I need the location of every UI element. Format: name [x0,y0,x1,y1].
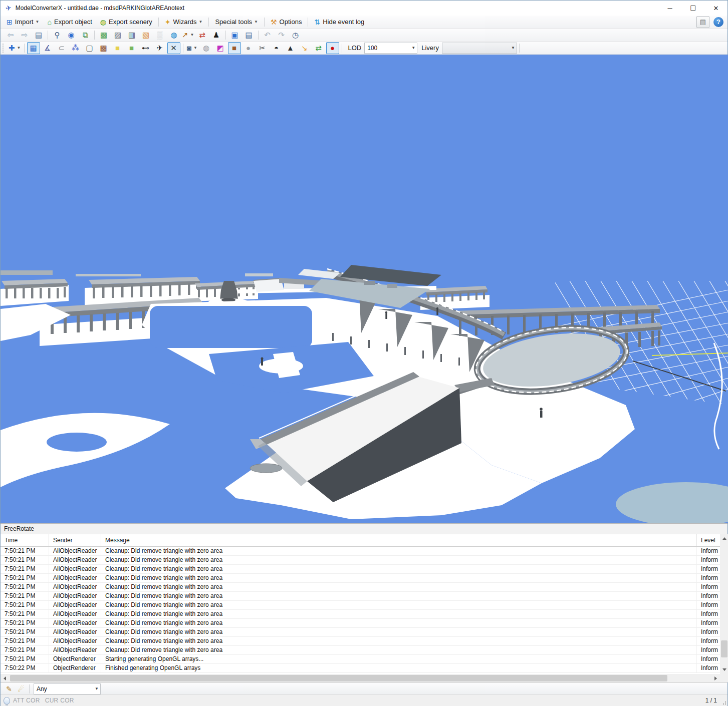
log-cell-sender: AllObjectReader [49,619,101,627]
refresh-green-button[interactable]: ⇄ [312,42,325,54]
cut-path-button[interactable]: ✂ [256,42,269,54]
scroll-up-button[interactable] [720,534,728,543]
form-view-button[interactable]: ▤ [242,29,256,41]
resize-grip[interactable] [721,699,726,704]
color-cube-button[interactable]: ◩ [214,42,227,54]
texture-editor-button[interactable]: ▩ [97,29,110,41]
close-button[interactable]: ✕ [704,1,727,16]
horizontal-scroll-thumb[interactable] [10,675,667,681]
column-header-time[interactable]: Time [1,534,49,546]
hierarchy-tree-button[interactable]: ⧉ [79,29,92,41]
log-row[interactable]: 7:50:21 PMAllObjectReaderCleanup: Did re… [1,565,720,574]
menubar-right-icons: ▤? [693,16,727,28]
wizards-button[interactable]: ✦Wizards▼ [161,17,206,28]
scroll-right-button[interactable] [711,674,720,682]
undo-button[interactable]: ↶ [261,29,274,41]
show-grid-button[interactable]: ▦ [27,42,40,54]
merge-objects-disabled-button[interactable]: ▒ [153,29,166,41]
wire-sphere-button[interactable]: ◍ [200,42,213,54]
hide-event-log-button[interactable]: ⇅Hide event log [311,17,368,28]
event-log-header: Time Sender Message Level [1,534,720,547]
maximize-button[interactable]: ☐ [681,1,704,16]
gray-sphere-button[interactable]: ● [242,42,255,54]
log-row[interactable]: 7:50:21 PMAllObjectReaderCleanup: Did re… [1,646,720,655]
log-row[interactable]: 7:50:22 PMObjectRendererFinished generat… [1,664,720,673]
forward-arrow-button[interactable]: ⇨ [18,29,31,41]
texture-cube-button[interactable]: ■ [228,42,241,54]
special-tools-button[interactable]: Special tools▼ [211,17,262,27]
column-header-message[interactable]: Message [101,534,697,546]
viewport-3d-canvas[interactable] [1,55,728,523]
crossed-arrows-button[interactable]: ✕ [167,42,180,54]
zoom-fit-button[interactable]: ✚▼ [8,42,22,54]
zoom-object-button[interactable]: ⚲ [51,29,64,41]
level-filter-combobox[interactable]: Any ▼ [34,683,101,694]
statistics-clock-button[interactable]: ◷ [289,29,302,41]
flat-yellow-button[interactable]: ■ [111,42,124,54]
hide-event-log-label: Hide event log [323,18,364,26]
scroll-down-button[interactable] [720,665,728,674]
attach-points-button[interactable]: ⊷ [139,42,152,54]
edit-note-button[interactable]: ✎ [3,683,15,694]
attach-paperclip-button[interactable]: ⊂ [55,42,68,54]
column-header-sender[interactable]: Sender [49,534,101,546]
event-log-doc-button[interactable]: ▤ [32,29,45,41]
log-vertical-scrollbar[interactable] [720,534,728,674]
help-button[interactable]: ? [713,17,723,27]
column-header-level[interactable]: Level [697,534,720,546]
options-button[interactable]: ⚒Options [267,17,305,28]
export-arrow-button[interactable]: ↗▼ [181,29,195,41]
show-axes-button[interactable]: ∡ [41,42,54,54]
redo-button[interactable]: ↷ [275,29,288,41]
minimize-button[interactable]: ─ [658,1,681,16]
refresh-green-icon: ⇄ [315,44,322,52]
redo-icon: ↷ [278,31,285,39]
sun-rays-button[interactable]: ↘ [298,42,311,54]
back-arrow-button[interactable]: ⇦ [4,29,17,41]
export-scenery-button[interactable]: ◍Export scenery [97,17,156,28]
attached-person-button[interactable]: ♟ [210,29,223,41]
scroll-left-button[interactable] [1,674,9,682]
log-row[interactable]: 7:50:21 PMAllObjectReaderCleanup: Did re… [1,556,720,565]
ground-green-button[interactable]: ■ [125,42,138,54]
window-controls: ─☐✕ [658,1,727,16]
camera-button[interactable]: ◙▼ [186,42,199,54]
livery-combobox[interactable]: ▼ [442,43,517,54]
swap-objects-button[interactable]: ⇄ [196,29,209,41]
dark-cone-button[interactable]: ▲ [284,42,297,54]
log-row[interactable]: 7:50:21 PMAllObjectReaderCleanup: Did re… [1,547,720,556]
earth-view-button[interactable]: ◍ [167,29,180,41]
livery-caret-icon: ▼ [510,46,517,50]
lod-combobox[interactable]: 100 ▼ [364,43,417,54]
import-button[interactable]: ⊞Import▼ [3,17,43,28]
log-row[interactable]: 7:50:21 PMAllObjectReaderCleanup: Did re… [1,601,720,610]
viewport-3d[interactable] [1,55,728,523]
log-row[interactable]: 7:50:21 PMAllObjectReaderCleanup: Did re… [1,592,720,601]
log-row[interactable]: 7:50:21 PMAllObjectReaderCleanup: Did re… [1,574,720,583]
aircraft-button[interactable]: ✈ [153,42,166,54]
vertical-scroll-thumb[interactable] [721,640,727,657]
export-object-button[interactable]: ⌂Export object [44,17,96,28]
log-row[interactable]: 7:50:21 PMAllObjectReaderCleanup: Did re… [1,637,720,646]
apple-button[interactable]: ● [326,42,339,54]
picture-view-button[interactable]: ▣ [228,29,241,41]
textured-wall-button[interactable]: ▩ [97,42,110,54]
wireframe-cube-button[interactable]: ▢ [83,42,96,54]
edit-note-icon: ✎ [6,685,12,693]
log-cell-level: Inform [697,646,720,654]
log-cell-time: 7:50:21 PM [1,610,49,618]
animation-editor-button[interactable]: ▥ [125,29,138,41]
clear-log-button[interactable]: ☄ [15,683,27,694]
log-row[interactable]: 7:50:21 PMAllObjectReaderCleanup: Did re… [1,628,720,637]
texture-converter-button[interactable]: ▧ [139,29,152,41]
checker-ball-button[interactable]: ◓ [270,42,283,54]
log-row[interactable]: 7:50:21 PMAllObjectReaderCleanup: Did re… [1,610,720,619]
log-row[interactable]: 7:50:21 PMAllObjectReaderCleanup: Did re… [1,583,720,592]
show-points-button[interactable]: ⁂ [69,42,82,54]
release-notes-button[interactable]: ▤ [696,16,709,28]
material-editor-button[interactable]: ▨ [111,29,124,41]
log-row[interactable]: 7:50:21 PMAllObjectReaderCleanup: Did re… [1,619,720,628]
location-pin-button[interactable]: ◉ [65,29,78,41]
log-horizontal-scrollbar[interactable] [1,674,720,682]
log-row[interactable]: 7:50:21 PMObjectRendererStarting generat… [1,655,720,664]
